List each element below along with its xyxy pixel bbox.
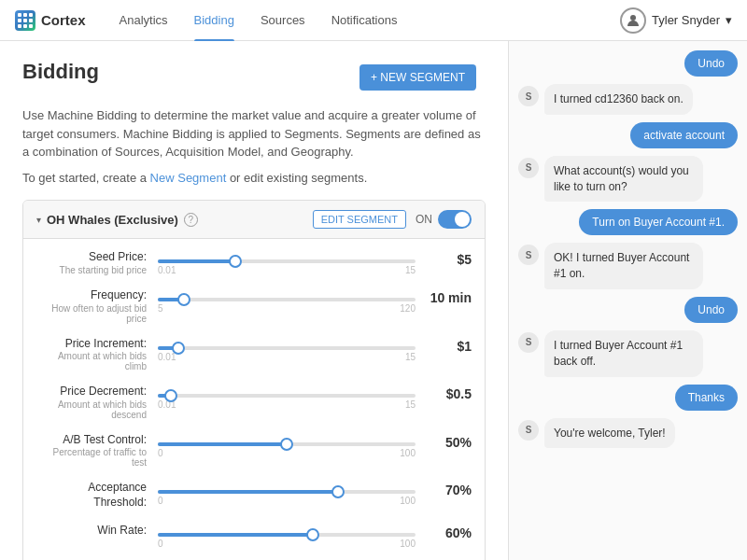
bot-avatar-2: S [518,158,539,178]
main-layout: Bidding + NEW SEGMENT Use Machine Biddin… [0,41,747,560]
slider-seed-price: Seed Price: The starting bid price 0.01 … [36,250,472,275]
activate-account-button[interactable]: activate account [630,122,738,148]
bot-bubble-4: I turned Buyer Account #1 back off. [544,330,703,377]
chat-msg-undo-1: Undo [518,50,738,77]
chat-messages: Undo S I turned cd12360 back on. activat… [509,41,747,560]
logo[interactable]: Cortex [15,10,86,31]
thanks-button[interactable]: Thanks [675,385,738,411]
nav-user[interactable]: Tyler Snyder ▾ [620,7,732,34]
segment-name-0: OH Whales (Exclusive) [47,213,178,227]
bot-bubble-5: You're welcome, Tyler! [544,418,675,449]
chat-msg-turn-on: Turn on Buyer Account #1. [518,209,738,235]
user-chevron-icon: ▾ [726,13,732,27]
bot-bubble-1: I turned cd12360 back on. [544,84,693,115]
chat-msg-bot-5: S You're welcome, Tyler! [518,418,738,449]
chat-msg-bot-2: S What account(s) would you like to turn… [518,156,738,203]
description-text: Use Machine Bidding to determine the mar… [22,106,486,161]
chat-msg-thanks: Thanks [518,385,738,411]
logo-text: Cortex [41,12,86,28]
navbar: Cortex Analytics Bidding Sources Notific… [0,0,747,41]
user-avatar [620,7,646,34]
left-panel: Bidding + NEW SEGMENT Use Machine Biddin… [0,41,509,560]
chat-msg-bot-4: S I turned Buyer Account #1 back off. [518,330,738,377]
bot-avatar-4: S [518,332,539,353]
new-segment-prompt: To get started, create a New Segment or … [22,169,486,188]
chat-msg-bot-3: S OK! I turned Buyer Account #1 on. [518,243,738,289]
slider-frequency: Frequency: How often to adjust bid price… [36,288,472,324]
slider-label: Seed Price: [36,250,147,265]
slider-win-rate: Win Rate: 0 100 60% [36,524,472,549]
nav-analytics[interactable]: Analytics [108,0,179,41]
undo-button-2[interactable]: Undo [684,297,738,323]
nav-notifications[interactable]: Notifications [320,0,409,41]
chat-msg-activate: activate account [518,122,738,148]
slider-price-increment: Price Increment: Amount at which bids cl… [36,337,472,372]
slider-value: $5 [416,250,472,267]
help-icon-0[interactable]: ? [184,213,198,227]
bot-avatar-3: S [518,245,539,265]
chat-msg-bot-1: S I turned cd12360 back on. [518,84,738,115]
logo-icon [15,10,35,31]
slider-acceptance-threshold: Acceptance Threshold: 0 100 70% [36,481,472,510]
slider-ab-test: A/B Test Control: Percentage of traffic … [36,433,472,469]
nav-links: Analytics Bidding Sources Notifications [108,0,621,41]
turn-on-buyer-button[interactable]: Turn on Buyer Account #1. [579,209,738,235]
page-title: Bidding [22,60,99,84]
svg-point-0 [630,15,636,21]
edit-segment-button-0[interactable]: EDIT SEGMENT [313,210,406,229]
bot-bubble-2: What account(s) would you like to turn o… [544,156,703,203]
bot-avatar: S [518,86,539,106]
segment-card-0: ▾ OH Whales (Exclusive) ? EDIT SEGMENT O… [22,200,486,560]
undo-button-1[interactable]: Undo [684,50,738,77]
new-segment-button[interactable]: + NEW SEGMENT [359,64,476,91]
new-segment-link[interactable]: New Segment [150,171,227,185]
segment-header-0: ▾ OH Whales (Exclusive) ? EDIT SEGMENT O… [23,201,485,239]
segment-toggle-0[interactable] [438,210,472,229]
nav-sources[interactable]: Sources [249,0,317,41]
chat-msg-undo-2: Undo [518,297,738,323]
slider-track[interactable] [158,259,416,263]
chevron-down-icon: ▾ [36,215,41,225]
slider-price-decrement: Price Decrement: Amount at which bids de… [36,385,472,420]
slider-sublabel: The starting bid price [36,265,147,275]
username: Tyler Snyder [652,13,720,27]
nav-bidding[interactable]: Bidding [183,0,246,41]
toggle-label-0: ON [416,213,432,226]
chat-panel: Undo S I turned cd12360 back on. activat… [509,41,747,560]
bot-avatar-5: S [518,420,539,441]
sliders-area-0: Seed Price: The starting bid price 0.01 … [23,239,485,560]
bot-bubble-3: OK! I turned Buyer Account #1 on. [544,243,703,289]
